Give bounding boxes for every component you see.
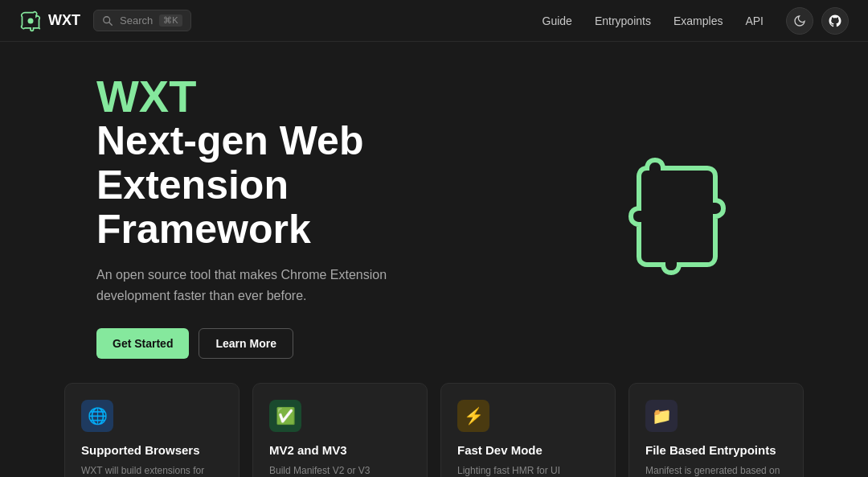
nav-link-entrypoints[interactable]: Entrypoints — [595, 14, 651, 27]
logo-icon — [19, 10, 42, 32]
github-button[interactable] — [821, 7, 849, 35]
card-desc-mv: Build Manifest V2 or V3 extensions for a… — [269, 463, 411, 477]
navbar: WXT Search ⌘K Guide Entrypoints Examples… — [0, 0, 868, 42]
card-entrypoints: 📁 File Based Entrypoints Manifest is gen… — [628, 383, 804, 477]
browser-icon-container: 🌐 — [81, 400, 113, 432]
moon-icon — [793, 14, 806, 27]
nav-icons — [786, 7, 849, 35]
github-icon — [828, 14, 842, 28]
card-desc-entry: Manifest is generated based on files in … — [645, 463, 787, 477]
search-label: Search — [120, 14, 153, 27]
hero-text: WXT Next-gen Web Extension Framework An … — [96, 74, 482, 359]
card-fast-dev: ⚡ Fast Dev Mode Lighting fast HMR for UI… — [440, 383, 616, 477]
cards-section: 🌐 Supported Browsers WXT will build exte… — [0, 383, 868, 477]
card-desc-dev: Lighting fast HMR for UI development and… — [457, 463, 599, 477]
get-started-button[interactable]: Get Started — [96, 328, 189, 359]
card-title-browsers: Supported Browsers — [81, 443, 223, 457]
hero-section: WXT Next-gen Web Extension Framework An … — [0, 42, 868, 383]
card-mv2-mv3: ✅ MV2 and MV3 Build Manifest V2 or V3 ex… — [252, 383, 428, 477]
hero-description: An open source tool that makes Chrome Ex… — [96, 265, 418, 306]
nav-link-guide[interactable]: Guide — [542, 14, 572, 27]
svg-point-0 — [28, 18, 34, 23]
card-title-mv: MV2 and MV3 — [269, 443, 411, 457]
card-desc-browsers: WXT will build extensions for Chrome, Fi… — [81, 463, 223, 477]
check-icon: ✅ — [276, 406, 296, 426]
hero-title-main: Next-gen Web Extension Framework — [96, 119, 482, 252]
search-shortcut: ⌘K — [159, 14, 182, 27]
hero-illustration — [595, 128, 772, 305]
search-icon — [102, 15, 113, 27]
hero-buttons: Get Started Learn More — [96, 328, 482, 359]
nav-link-examples[interactable]: Examples — [674, 14, 723, 27]
cards-grid: 🌐 Supported Browsers WXT will build exte… — [64, 383, 804, 477]
learn-more-button[interactable]: Learn More — [199, 328, 293, 359]
card-supported-browsers: 🌐 Supported Browsers WXT will build exte… — [64, 383, 240, 477]
browser-icon: 🌐 — [88, 406, 108, 426]
nav-left: WXT Search ⌘K — [19, 10, 191, 32]
bolt-icon-container: ⚡ — [457, 400, 489, 432]
file-icon: 📁 — [652, 406, 672, 426]
file-icon-container: 📁 — [645, 400, 678, 432]
card-title-dev: Fast Dev Mode — [457, 443, 599, 457]
brand-name: WXT — [48, 12, 80, 29]
nav-link-api[interactable]: API — [745, 14, 764, 27]
bolt-icon: ⚡ — [464, 406, 484, 426]
search-bar[interactable]: Search ⌘K — [93, 10, 191, 31]
nav-right: Guide Entrypoints Examples API — [542, 7, 849, 35]
puzzle-icon — [603, 136, 764, 297]
logo[interactable]: WXT — [19, 10, 80, 32]
theme-toggle-button[interactable] — [786, 7, 813, 35]
check-icon-container: ✅ — [269, 400, 301, 432]
hero-title-accent: WXT — [96, 74, 482, 119]
card-title-entry: File Based Entrypoints — [645, 443, 787, 457]
